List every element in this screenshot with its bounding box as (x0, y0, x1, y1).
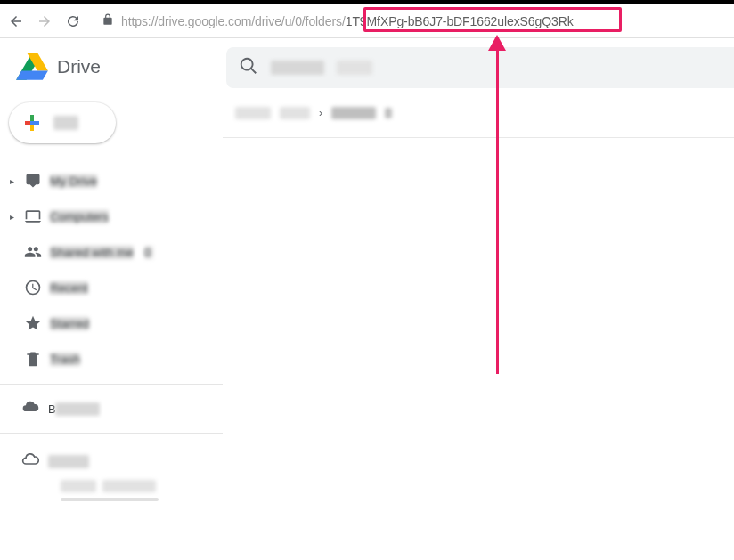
backups-label: BBackups (48, 402, 100, 416)
badge: 0 (144, 246, 153, 259)
expand-icon[interactable]: ▸ (7, 212, 16, 222)
storage-section: Storage 0000 000000 (0, 441, 223, 501)
expand-icon[interactable]: ▸ (7, 176, 16, 186)
main-area: My Drive Folder › Subfolder (223, 38, 734, 560)
new-button-label: New (53, 116, 78, 130)
brand-name: Drive (57, 56, 101, 77)
sidebar-item-mydrive[interactable]: ▸ My Drive (0, 163, 223, 199)
sidebar-item-label: My Drive (50, 174, 97, 188)
storage-bar (61, 498, 159, 501)
plus-icon (21, 112, 43, 134)
sidebar-item-recent[interactable]: Recent (0, 270, 223, 305)
reload-button[interactable] (64, 12, 82, 30)
sidebar-item-label: Trash (50, 353, 80, 366)
computers-icon (21, 207, 45, 225)
mydrive-icon (21, 172, 45, 190)
drive-logo-icon (16, 53, 48, 81)
lock-icon (102, 13, 114, 29)
sidebar-item-backups[interactable]: BBackups (0, 392, 223, 426)
divider (0, 384, 223, 385)
storage-label: Storage (48, 455, 89, 468)
search-placeholder (337, 61, 372, 75)
breadcrumb-part[interactable]: Subfolder (331, 107, 376, 119)
chevron-down-icon[interactable] (385, 108, 392, 118)
annotation-arrow-line (496, 48, 499, 374)
forward-button[interactable] (36, 12, 53, 30)
sidebar-item-computers[interactable]: ▸ Computers (0, 199, 223, 234)
sidebar-item-label: Recent (50, 281, 88, 295)
storage-usage-text: 0000 000000 (21, 480, 223, 492)
brand[interactable]: Drive (0, 47, 223, 97)
sidebar-item-trash[interactable]: Trash (0, 341, 223, 377)
chevron-right-icon: › (319, 107, 322, 119)
sidebar-item-shared[interactable]: Shared with me 0 (0, 234, 223, 270)
divider (0, 433, 223, 434)
back-button[interactable] (7, 12, 25, 30)
nav-list: ▸ My Drive ▸ Computers Shared with me 0 (0, 163, 223, 377)
search-placeholder (271, 61, 324, 75)
sidebar: Drive New ▸ My Drive ▸ Computers (0, 38, 223, 560)
breadcrumb-part[interactable]: Folder (280, 107, 310, 119)
sidebar-item-storage[interactable]: Storage (21, 444, 223, 478)
address-bar[interactable]: https://drive.google.com/drive/u/0/folde… (93, 9, 727, 34)
trash-icon (21, 350, 45, 368)
url-text: https://drive.google.com/drive/u/0/folde… (121, 14, 574, 28)
cloud-outline-icon (21, 450, 39, 472)
sidebar-item-label: Shared with me (50, 246, 134, 259)
cloud-solid-icon (21, 398, 39, 419)
sidebar-item-label: Starred (50, 317, 89, 330)
browser-toolbar: https://drive.google.com/drive/u/0/folde… (0, 4, 734, 38)
search-bar[interactable] (226, 47, 734, 88)
clock-icon (21, 279, 45, 296)
sidebar-item-label: Computers (50, 210, 109, 223)
sidebar-item-starred[interactable]: Starred (0, 305, 223, 341)
breadcrumb: My Drive Folder › Subfolder (223, 88, 734, 138)
search-icon (239, 56, 258, 79)
breadcrumb-part[interactable]: My Drive (235, 107, 271, 119)
shared-icon (21, 243, 45, 261)
star-icon (21, 314, 45, 332)
new-button[interactable]: New (9, 102, 116, 143)
